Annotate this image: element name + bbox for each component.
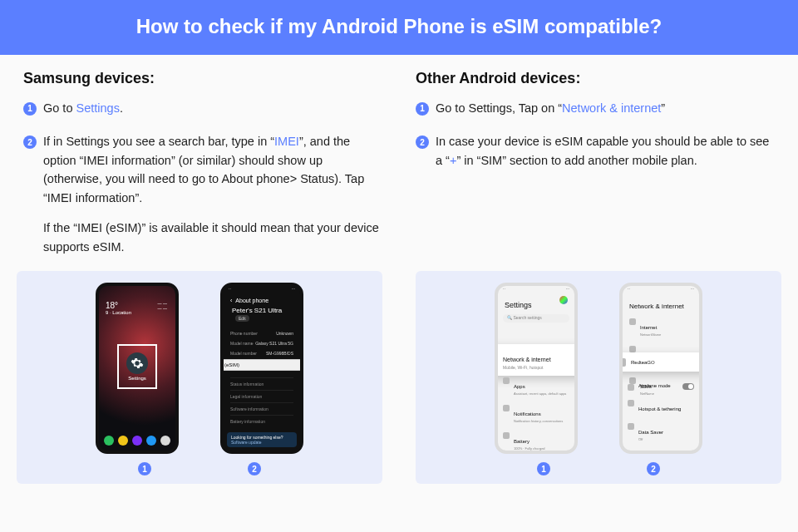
network-title: Network & internet — [623, 294, 699, 313]
samsung-phone-1-wrap: ····· 18° 9 · Location — —— — Settings — [96, 283, 179, 454]
gear-icon — [126, 352, 148, 374]
step-bullet-2: 2 — [416, 135, 429, 149]
about-footer: Looking for something else? Software upd… — [227, 432, 297, 447]
text: If in Settings you see a search bar, typ… — [43, 135, 274, 148]
imei-label: IMEI (eSIM) — [220, 362, 239, 367]
step-body: If in Settings you see a search bar, typ… — [43, 132, 382, 256]
sims-callout: RedteaGO + — [619, 352, 702, 372]
other-phone-network: ····· Network & internet InternetNetwork… — [619, 283, 702, 454]
other-phone-settings: ····· Settings 🔍 Search settings ◈ Netwo… — [495, 283, 578, 454]
samsung-screens-nums: 1 2 — [138, 462, 261, 475]
step-bullet-1: 1 — [23, 102, 37, 116]
settings-list: AppsAssistant, recent apps, default apps… — [498, 372, 574, 454]
other-steps: 1 Go to Settings, Tap on “Network & inte… — [416, 99, 775, 170]
samsung-phone-about: ····· ‹ About phone Peter's S21 Ultra Ed… — [220, 283, 303, 454]
samsung-column: Samsung devices: 1 Go to Settings. 2 If … — [23, 70, 382, 271]
sim-name: RedteaGO — [631, 360, 655, 365]
search-settings: 🔍 Search settings — [503, 314, 569, 323]
samsung-step-2: 2 If in Settings you see a search bar, t… — [23, 132, 382, 256]
screenshots-row: ····· 18° 9 · Location — —— — Settings — [0, 271, 798, 484]
num-badge-1: 1 — [138, 462, 151, 475]
other-phone-2-wrap: ····· Network & internet InternetNetwork… — [619, 283, 702, 454]
imei-link[interactable]: IMEI — [274, 135, 299, 148]
plus-icon: + — [696, 357, 702, 367]
step-body: Go to Settings, Tap on “Network & intern… — [436, 99, 775, 117]
num-badge-1: 1 — [537, 462, 550, 475]
text: Go to — [43, 101, 76, 115]
other-column: Other Android devices: 1 Go to Settings,… — [416, 70, 775, 271]
other-step-1: 1 Go to Settings, Tap on “Network & inte… — [416, 99, 775, 117]
text: ” — [661, 101, 665, 115]
device-name: Peter's S21 Ultra Edit — [224, 305, 300, 325]
text: ” in “SIM” section to add another mobile… — [456, 154, 697, 167]
page-banner: How to check if my Android Phone is eSIM… — [0, 0, 798, 55]
settings-app-highlight: Settings — [117, 344, 157, 389]
about-lower-links: Status information Legal information Sof… — [230, 377, 293, 427]
text: Go to Settings, Tap on “ — [436, 101, 562, 115]
step-bullet-1: 1 — [416, 102, 429, 116]
other-screens-nums: 1 2 — [537, 462, 660, 475]
sim-icon — [619, 358, 626, 367]
header-title: About phone — [235, 298, 268, 303]
back-icon: ‹ — [230, 298, 232, 303]
samsung-heading: Samsung devices: — [23, 70, 382, 87]
num-badge-2: 2 — [647, 462, 660, 475]
dock — [104, 436, 170, 446]
num-badge-2: 2 — [248, 462, 261, 475]
main-content: Samsung devices: 1 Go to Settings. 2 If … — [0, 55, 798, 271]
other-heading: Other Android devices: — [416, 70, 775, 87]
clock-widget: — —— — — [158, 301, 167, 311]
toggle-icon — [682, 383, 694, 390]
step-body: In case your device is eSIM capable you … — [436, 132, 775, 170]
samsung-phone-2-wrap: ····· ‹ About phone Peter's S21 Ultra Ed… — [220, 283, 303, 454]
text: . — [120, 101, 123, 115]
network-post-list: Airplane mode Hotspot & tethering Data S… — [623, 379, 699, 454]
banner-title: How to check if my Android Phone is eSIM… — [136, 15, 663, 37]
settings-label: Settings — [128, 376, 146, 381]
weather-widget: 18° 9 · Location — [106, 301, 131, 316]
wifi-icon: ◈ — [495, 357, 498, 364]
settings-link[interactable]: Settings — [76, 101, 120, 115]
samsung-step-1: 1 Go to Settings. — [23, 99, 382, 117]
imei-esim-callout: IMEI (eSIM) 355 — [220, 359, 303, 371]
network-internet-link[interactable]: Network & internet — [562, 101, 661, 115]
about-phone-header: ‹ About phone — [224, 294, 300, 305]
other-screens-box: ····· Settings 🔍 Search settings ◈ Netwo… — [416, 271, 781, 484]
network-internet-callout: ◈ Network & internet Mobile, Wi-Fi, hots… — [495, 344, 578, 376]
step-body: Go to Settings. — [43, 99, 382, 117]
other-step-2: 2 In case your device is eSIM capable yo… — [416, 132, 775, 170]
edit-badge: Edit — [235, 315, 249, 322]
callout-sub: Mobile, Wi-Fi, hotspot — [503, 365, 551, 370]
samsung-phone-home: ····· 18° 9 · Location — —— — Settings — [96, 283, 179, 454]
step-bullet-2: 2 — [23, 135, 37, 149]
samsung-screens-box: ····· 18° 9 · Location — —— — Settings — [17, 271, 382, 484]
callout-title: Network & internet — [503, 357, 551, 362]
text: If the “IMEI (eSIM)” is available it sho… — [43, 219, 382, 256]
samsung-steps: 1 Go to Settings. 2 If in Settings you s… — [23, 99, 382, 256]
other-phone-1-wrap: ····· Settings 🔍 Search settings ◈ Netwo… — [495, 283, 578, 454]
